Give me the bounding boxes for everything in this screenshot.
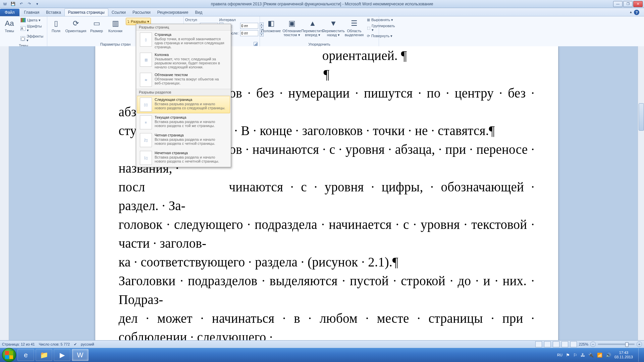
close-button[interactable]: ✕: [633, 1, 643, 7]
tray-volume-icon[interactable]: 🔊: [606, 353, 611, 358]
space-after-input[interactable]: [240, 30, 258, 36]
tray-network-icon[interactable]: 🖧: [581, 353, 585, 358]
doc-line: дел · может · начинаться · в · любом · м…: [119, 311, 535, 344]
theme-colors-button[interactable]: Цвета ▾: [19, 17, 46, 23]
minimize-button[interactable]: —: [613, 1, 623, 7]
zoom-in-button[interactable]: +: [637, 342, 642, 347]
draft-view-button[interactable]: [570, 341, 577, 347]
theme-effects-button[interactable]: ◯Эффекты ▾: [19, 34, 46, 43]
zoom-level[interactable]: 225%: [579, 342, 588, 346]
tab-review[interactable]: Рецензирование: [154, 9, 192, 16]
outline-view-button[interactable]: [561, 341, 568, 347]
qat-customize-icon[interactable]: ▼: [34, 1, 41, 7]
word-icon[interactable]: W: [1, 1, 9, 7]
dd-item-continuous[interactable]: ≡Текущая страницаВставка разрыва раздела…: [137, 114, 230, 131]
align-icon: ⊞: [367, 18, 370, 22]
tray-power-icon[interactable]: 🔌: [588, 353, 594, 358]
tab-home[interactable]: Главная: [21, 9, 43, 16]
proofing-icon[interactable]: ✔: [74, 342, 77, 347]
save-icon[interactable]: 💾: [9, 1, 17, 7]
document-area: ориентацией. ¶ ¶ ов · без · нумерации · …: [0, 46, 644, 355]
dd-item-page[interactable]: ▯СтраницаВыбор точки, в которой заканчив…: [137, 31, 230, 51]
tab-file[interactable]: Файл: [0, 9, 19, 16]
task-explorer[interactable]: 📁: [36, 349, 52, 361]
undo-icon[interactable]: ↶: [17, 1, 25, 7]
dd-header-page-breaks: Разрывы страниц: [136, 24, 231, 31]
doc-line: Заголовки · подразделов · выделяются · п…: [119, 274, 535, 307]
tab-references[interactable]: Ссылки: [108, 9, 129, 16]
orientation-button[interactable]: ⟳Ориентация: [65, 17, 87, 34]
redo-icon[interactable]: ↷: [25, 1, 33, 7]
help-icon[interactable]: ?: [634, 10, 639, 15]
doc-line: чинаются · с · уровня · цифры, · обознач…: [119, 180, 535, 213]
dd-item-text-wrap[interactable]: ≋Обтекание текстомОбтекание текста вокру…: [137, 71, 230, 88]
status-word-count[interactable]: Число слов: 5 772: [39, 342, 70, 346]
group-button[interactable]: ⬚Группировать ▾: [365, 23, 397, 33]
continuous-section-icon: ≡: [140, 115, 152, 129]
wrap-text-button[interactable]: ▣Обтекание текстом ▾: [282, 17, 302, 38]
restore-button[interactable]: ❐: [623, 1, 633, 7]
rotate-icon: ⟳: [367, 34, 370, 38]
web-layout-view-button[interactable]: [553, 341, 559, 347]
task-word[interactable]: W: [72, 349, 89, 361]
rotate-button[interactable]: ⟳Повернуть ▾: [365, 33, 397, 39]
zoom-out-button[interactable]: −: [590, 342, 596, 347]
status-bar: Страница: 12 из 41 Число слов: 5 772 ✔ р…: [0, 340, 644, 348]
tab-insert[interactable]: Вставка: [43, 9, 64, 16]
ribbon: AaТемы Цвета ▾ AШрифты ▾ ◯Эффекты ▾ Темы…: [0, 16, 644, 47]
minimize-ribbon-icon[interactable]: ▴: [630, 10, 632, 15]
dd-item-even-page[interactable]: 2▯Четная страницаВставка разрыва раздела…: [137, 131, 230, 149]
print-layout-view-button[interactable]: [535, 341, 542, 347]
effects-icon: ◯: [20, 36, 25, 41]
window-controls: — ❐ ✕: [613, 1, 643, 7]
group-icon: ⬚: [367, 26, 370, 30]
doc-line: посл: [119, 180, 145, 194]
zoom-slider-thumb[interactable]: [625, 342, 629, 347]
status-language[interactable]: русский: [81, 342, 94, 346]
vertical-ruler[interactable]: [0, 46, 9, 355]
group-arrange-label: Упорядочить: [261, 42, 377, 47]
scrollbar-thumb[interactable]: [639, 103, 644, 131]
tray-action-center-icon[interactable]: ⚐: [573, 353, 577, 358]
tray-clock[interactable]: 17:4303.11.2013: [614, 351, 633, 359]
tab-view[interactable]: Вид: [192, 9, 206, 16]
indent-header: Отступ: [185, 18, 197, 22]
selection-pane-button[interactable]: ☰Область выделения: [344, 17, 364, 38]
column-break-icon: ▥: [140, 53, 152, 67]
themes-label: Темы: [5, 29, 14, 33]
space-before-input[interactable]: [240, 23, 258, 29]
window-title: правила оформления 2013 [Режим ограничен…: [0, 2, 644, 6]
doc-line: ка · соответствующего · раздела · (рисун…: [119, 255, 398, 269]
themes-button[interactable]: AaТемы: [1, 17, 17, 34]
tray-wifi-icon[interactable]: 📶: [597, 353, 602, 358]
title-bar: W 💾 ↶ ↷ ▼ правила оформления 2013 [Режим…: [0, 0, 644, 8]
breaks-dropdown: Разрывы страниц ▯СтраницаВыбор точки, в …: [136, 24, 231, 167]
margins-button[interactable]: ▯Поля: [49, 17, 63, 34]
status-page[interactable]: Страница: 12 из 41: [2, 342, 35, 346]
dd-item-next-page[interactable]: ▯▯Следующая страницаВставка разрыва разд…: [137, 96, 230, 113]
size-button[interactable]: ▭Размер: [88, 17, 105, 34]
taskbar: e 📁 ▶ W RU ⚑ ⚐ 🖧 🔌 📶 🔊 17:4303.11.2013: [0, 348, 644, 362]
system-tray: RU ⚑ ⚐ 🖧 🔌 📶 🔊 17:4303.11.2013: [557, 348, 642, 362]
tray-flag-icon[interactable]: ⚑: [566, 353, 570, 358]
tab-mailings[interactable]: Рассылки: [129, 9, 154, 16]
dd-item-column[interactable]: ▥КолонкаУказывает, что текст, следующий …: [137, 51, 230, 71]
theme-fonts-button[interactable]: AШрифты ▾: [19, 23, 46, 33]
show-desktop-button[interactable]: [638, 348, 642, 362]
send-backward-button[interactable]: ▼Переместить назад ▾: [324, 17, 343, 38]
ribbon-tabs: Файл Главная Вставка Разметка страницы С…: [0, 8, 644, 16]
vertical-scrollbar[interactable]: [638, 46, 644, 341]
align-button[interactable]: ⊞Выровнять ▾: [365, 17, 397, 23]
fullscreen-reading-view-button[interactable]: [544, 341, 551, 347]
columns-button[interactable]: ▥Колонки: [106, 17, 124, 34]
bring-forward-button[interactable]: ▲Переместить вперед ▾: [303, 17, 322, 38]
start-button[interactable]: [2, 348, 16, 362]
next-page-section-icon: ▯▯: [140, 98, 152, 112]
position-button[interactable]: ◧Положение: [261, 17, 281, 34]
tray-lang[interactable]: RU: [557, 353, 562, 357]
tab-page-layout[interactable]: Разметка страницы: [64, 8, 108, 16]
dd-item-odd-page[interactable]: 1▯Нечетная страницаВставка разрыва разде…: [137, 149, 230, 167]
task-ie[interactable]: e: [17, 349, 34, 361]
zoom-slider[interactable]: [598, 344, 635, 345]
task-media[interactable]: ▶: [54, 349, 70, 361]
